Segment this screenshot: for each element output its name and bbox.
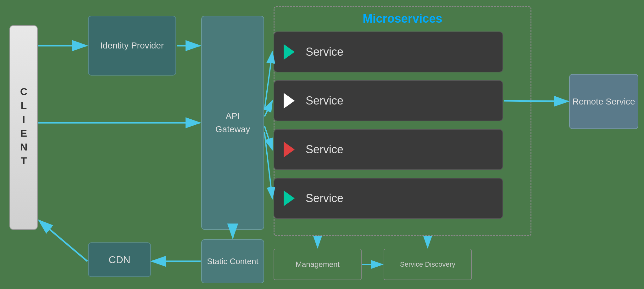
service-label-1: Service: [306, 45, 343, 59]
api-gateway-label: APIGateway: [215, 110, 250, 136]
service-box-2: Service: [274, 80, 503, 121]
identity-provider-box: Identity Provider: [88, 16, 176, 76]
identity-provider-label: Identity Provider: [100, 39, 164, 52]
service-discovery-box: Service Discovery: [384, 249, 472, 280]
cdn-box: CDN: [88, 242, 151, 277]
arrow-gateway-to-service3: [264, 126, 272, 150]
arrow-gateway-to-service1: [264, 52, 272, 110]
static-content-label: Static Content: [207, 256, 258, 267]
static-content-box: Static Content: [201, 239, 264, 283]
service-box-1: Service: [274, 31, 503, 72]
cdn-label: CDN: [108, 254, 130, 266]
svg-marker-2: [284, 142, 295, 157]
svg-marker-1: [284, 93, 295, 109]
diagram-container: CLIENT Identity Provider APIGateway Stat…: [0, 0, 644, 289]
svg-marker-0: [284, 44, 295, 60]
service-chevron-1-icon: [280, 42, 299, 61]
service-chevron-3-icon: [280, 140, 299, 159]
arrow-cdn-to-client: [39, 220, 87, 261]
api-gateway-box: APIGateway: [201, 16, 264, 230]
management-box: Management: [274, 249, 362, 280]
remote-service-label: Remote Service: [572, 95, 635, 108]
service-chevron-4-icon: [280, 189, 299, 208]
remote-service-box: Remote Service: [569, 74, 638, 129]
svg-marker-3: [284, 190, 295, 206]
service-chevron-2-icon: [280, 91, 299, 110]
service-label-3: Service: [306, 143, 343, 156]
service-box-4: Service: [274, 178, 503, 219]
client-label: CLIENT: [18, 86, 30, 169]
service-box-3: Service: [274, 129, 503, 170]
arrow-gateway-to-service2: [264, 101, 272, 116]
microservices-title: Microservices: [363, 12, 442, 26]
client-box: CLIENT: [9, 25, 38, 230]
service-discovery-label: Service Discovery: [400, 260, 455, 269]
service-label-2: Service: [306, 94, 343, 107]
service-label-4: Service: [306, 192, 343, 205]
management-label: Management: [296, 260, 340, 269]
arrow-gateway-to-service4: [264, 132, 272, 198]
